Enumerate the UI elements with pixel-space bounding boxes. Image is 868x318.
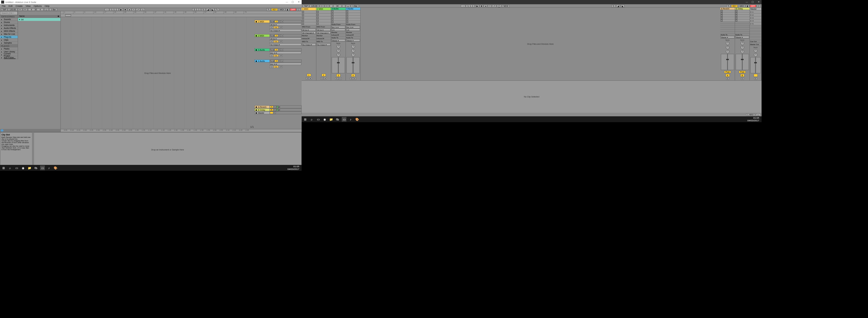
sig-num[interactable]: 4 — [330, 5, 337, 7]
tap-button[interactable]: TAP — [303, 5, 309, 7]
track-activator[interactable]: A — [270, 106, 273, 108]
io-dropdown[interactable]: Ext. In ▾ — [270, 63, 301, 65]
io-dropdown[interactable]: No Output ▾ — [270, 43, 301, 46]
io-dropdown[interactable]: Master ▾ — [346, 39, 360, 41]
clip-slot[interactable] — [302, 20, 316, 22]
minimize-button[interactable]: — — [285, 1, 289, 3]
track-header[interactable]: A Reverb — [720, 8, 735, 10]
track-activator[interactable]: 4 — [275, 60, 278, 62]
arm-button[interactable]: ● — [309, 77, 312, 79]
punch-out[interactable]: ◣ — [211, 8, 214, 11]
arm-button[interactable]: ● — [338, 77, 341, 80]
scene-slot[interactable]: 5 — [750, 22, 761, 25]
menu-view[interactable]: View — [26, 5, 31, 7]
volume-fader[interactable] — [750, 57, 761, 73]
clip-slot[interactable] — [720, 10, 735, 12]
io-dropdown[interactable]: No Output ▾ — [270, 29, 301, 32]
close-button[interactable]: ✕ — [757, 1, 761, 3]
menu-edit[interactable]: Edit — [8, 5, 13, 7]
punch-in[interactable]: ◢ — [206, 8, 210, 11]
key-toggle[interactable]: KEY — [731, 5, 738, 7]
maximize-button[interactable]: ▢ — [291, 1, 294, 3]
place-packs[interactable]: ▸Packs — [0, 47, 18, 50]
chrome-icon[interactable]: ◉ — [322, 117, 327, 121]
track-activator[interactable] — [270, 112, 273, 114]
menu-create[interactable]: Create — [16, 5, 23, 7]
clip-slot[interactable] — [720, 17, 735, 20]
sig-den[interactable]: 4 — [338, 5, 345, 7]
track-none[interactable]: None ▾ — [270, 20, 274, 23]
arm-button[interactable]: ● — [281, 60, 283, 62]
nudge-down[interactable]: ‹‹‹ — [18, 8, 22, 11]
io-dropdown[interactable]: Ext. In ▾ — [346, 26, 360, 28]
mon-in[interactable]: In — [270, 40, 273, 43]
mon-auto[interactable]: Auto — [273, 40, 279, 43]
solo-button[interactable]: S — [335, 77, 338, 80]
cat-samples[interactable]: ▸Samples — [0, 41, 18, 44]
clip-slot[interactable] — [720, 12, 735, 15]
send-knob-b[interactable] — [337, 49, 340, 52]
clip-slot[interactable] — [346, 10, 360, 13]
arm-button[interactable]: ● — [281, 34, 283, 37]
taskview-icon[interactable]: ▭ — [14, 166, 19, 170]
volume-fader[interactable] — [332, 57, 345, 73]
loop-button[interactable]: ↻ — [202, 8, 206, 11]
taskview-icon[interactable]: ▭ — [316, 117, 320, 121]
clip-slot[interactable] — [302, 13, 316, 16]
menu-help[interactable]: Help — [44, 5, 49, 7]
scene-slot[interactable]: 2 — [750, 13, 761, 16]
arm-button[interactable]: ● — [353, 77, 356, 80]
clip-slot[interactable] — [331, 18, 346, 21]
clip-slot[interactable] — [735, 20, 749, 22]
clip-slot[interactable] — [331, 10, 346, 13]
track-header[interactable]: ⏺2 MIDI None ▾ 2 S ● — [254, 34, 302, 37]
sig-num[interactable]: 4 — [28, 8, 35, 11]
automation-arm[interactable]: ↗ — [136, 8, 140, 11]
clip-slot[interactable] — [346, 15, 360, 18]
clip-slot[interactable] — [316, 22, 331, 25]
track-activator[interactable]: 1 — [307, 74, 311, 77]
track-name[interactable]: ⏺Master — [255, 112, 270, 114]
close-button[interactable]: ✕ — [297, 1, 301, 3]
track-header[interactable]: 2 MIDI — [316, 8, 331, 11]
send-knob[interactable] — [351, 45, 355, 48]
clip-slot[interactable] — [331, 13, 346, 15]
stop-button[interactable]: ■ — [124, 8, 127, 11]
quantize[interactable]: 1 Bar — [351, 5, 359, 7]
cat-clips[interactable]: ▸Clips — [0, 39, 18, 41]
clip-slot[interactable] — [346, 21, 360, 24]
track-header[interactable]: ⏺1 MIDI None ▾ 1 S ● — [254, 20, 302, 23]
clip-slot[interactable] — [302, 16, 316, 20]
clip-slot[interactable] — [346, 18, 360, 21]
io-dropdown[interactable]: All Channels ▾ — [302, 32, 316, 34]
key-toggle[interactable]: KEY — [271, 8, 278, 11]
engine-off[interactable]: OFF — [290, 8, 296, 11]
tap-button[interactable]: TAP — [1, 8, 7, 11]
io-dropdown[interactable]: All Ins ▾ — [302, 29, 316, 31]
cat-sounds[interactable]: ▸Sounds — [0, 18, 18, 21]
io-row[interactable]: All Ins ▾ — [269, 23, 302, 26]
menu-file[interactable]: File — [2, 5, 6, 7]
reenable-auto[interactable]: ↘ — [141, 8, 145, 11]
loop-start[interactable]: 3. 1. 1 — [192, 8, 201, 11]
pencil-icon[interactable]: ✎ — [267, 8, 271, 11]
io-dropdown[interactable]: All Channels ▾ — [317, 32, 331, 34]
track-name[interactable]: ⏺2 MIDI — [255, 34, 270, 37]
post-button[interactable]: Post — [276, 109, 279, 111]
scene-slot[interactable]: 4 — [750, 20, 761, 22]
track-activator[interactable]: 3 — [275, 48, 278, 51]
io-row[interactable]: InAutoOff — [269, 54, 302, 57]
send-knob[interactable] — [741, 41, 744, 45]
track-name[interactable]: ⏺B Delay — [255, 109, 270, 111]
explorer-icon[interactable]: 📁 — [329, 117, 334, 121]
send-knob[interactable] — [754, 49, 757, 52]
track-header[interactable]: ⏺3 Audio None ▾ 3 S ● — [254, 48, 302, 51]
post-button[interactable]: Post — [739, 71, 745, 73]
mon-off[interactable]: Off — [279, 66, 282, 68]
post-button[interactable]: Post — [276, 106, 279, 108]
clip-slot[interactable] — [735, 10, 749, 12]
io-dropdown[interactable]: Ext. In ▾ — [332, 26, 345, 28]
track-activator[interactable] — [753, 74, 758, 77]
loop-marker[interactable] — [65, 14, 71, 16]
search-icon[interactable]: ⌕ — [309, 117, 314, 121]
